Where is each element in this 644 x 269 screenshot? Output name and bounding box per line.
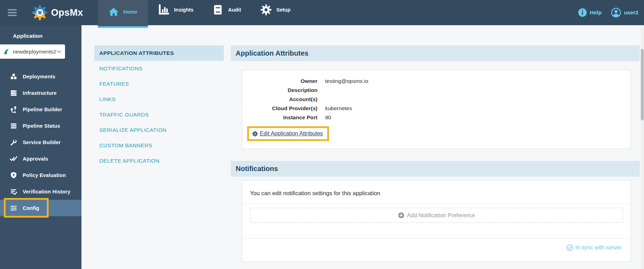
sidebar-item-infrastructure[interactable]: Infrastructure	[0, 85, 81, 101]
info-circle-icon	[578, 8, 587, 17]
sidebar-item-pipeline-status[interactable]: Pipeline Status	[0, 118, 81, 134]
edit-application-attributes-button[interactable]: Edit Application Attributes	[252, 130, 323, 137]
help-label: Help	[590, 9, 602, 16]
plus-circle-icon	[398, 212, 405, 219]
main-content: APPLICATION ATTRIBUTES NOTIFICATIONS FEA…	[81, 25, 641, 269]
spinnaker-sail-icon	[3, 48, 10, 55]
application-selector[interactable]: newdeployments2	[0, 44, 65, 59]
opsmx-logo-icon	[32, 5, 48, 20]
subnav-serialize-application[interactable]: SERIALIZE APPLICATION	[94, 122, 224, 138]
tab-label: Audit	[228, 7, 241, 13]
list-bars-icon	[9, 122, 19, 130]
sidebar-item-label: Approvals	[23, 156, 48, 162]
subnav-links[interactable]: LINKS	[94, 92, 224, 107]
field-label: Owner	[242, 78, 317, 84]
notifications-section-header: Notifications	[231, 161, 640, 177]
gear-icon	[252, 131, 258, 137]
tools-icon	[9, 139, 19, 146]
username: user2	[624, 9, 638, 16]
subnav-delete-application[interactable]: DELETE APPLICATION	[94, 153, 224, 169]
help-button[interactable]: Help	[578, 8, 602, 17]
check-circle-icon	[566, 244, 573, 251]
user-menu[interactable]: user2	[611, 7, 638, 18]
tab-label: Insights	[174, 7, 194, 13]
field-value: 80	[325, 114, 331, 121]
subnav-application-attributes[interactable]: APPLICATION ATTRIBUTES	[94, 45, 224, 61]
field-owner: Owner testing@opsmx.io	[242, 77, 631, 86]
tab-label: Setup	[276, 7, 290, 13]
tab-audit[interactable]: Audit	[203, 0, 251, 22]
sidebar-item-label: Service Builder	[23, 140, 61, 145]
subnav-traffic-guards[interactable]: TRAFFIC GUARDS	[94, 107, 224, 122]
edit-attributes-highlight-annotation: Edit Application Attributes	[247, 126, 329, 141]
sidebar-item-label: Infrastructure	[23, 90, 57, 96]
field-value: kubernetes	[325, 105, 352, 112]
config-subnav: APPLICATION ATTRIBUTES NOTIFICATIONS FEA…	[94, 45, 224, 169]
double-check-icon	[9, 155, 19, 163]
sidebar-section-label: Application	[0, 25, 81, 39]
bar-chart-icon	[158, 4, 170, 15]
field-label: Cloud Provider(s)	[242, 105, 317, 112]
spacer	[242, 223, 631, 238]
subnav-custom-banners[interactable]: CUSTOM BANNERS	[94, 138, 224, 153]
field-accounts: Account(s)	[242, 95, 631, 104]
gear-icon	[260, 4, 272, 15]
field-label: Instance Port	[242, 114, 317, 121]
field-value: testing@opsmx.io	[325, 78, 368, 84]
sliders-icon	[9, 204, 19, 212]
field-description: Description	[242, 86, 631, 95]
sidebar-item-policy-evaluation[interactable]: Policy Evaluation	[0, 167, 81, 183]
sync-status: In sync with server	[242, 239, 631, 262]
sidebar: Application newdeployments2 Deployments	[0, 25, 81, 269]
tab-insights[interactable]: Insights	[148, 0, 203, 22]
sidebar-item-label: Pipeline Status	[23, 123, 60, 129]
sidebar-item-label: Config	[23, 205, 39, 211]
divider	[242, 203, 631, 204]
add-notification-preference-button[interactable]: Add Notification Preference	[250, 208, 623, 223]
list-check-icon	[9, 188, 19, 196]
attributes-panel: Owner testing@opsmx.io Description Accou…	[242, 70, 631, 149]
sidebar-item-pipeline-builder[interactable]: Pipeline Builder	[0, 101, 81, 118]
sidebar-item-config[interactable]: Config	[0, 200, 81, 216]
pipeline-icon	[9, 106, 19, 113]
field-cloud-providers: Cloud Provider(s) kubernetes	[242, 104, 631, 113]
subnav-notifications[interactable]: NOTIFICATIONS	[94, 61, 224, 76]
sidebar-item-verification-history[interactable]: Verification History	[0, 183, 81, 200]
sidebar-item-service-builder[interactable]: Service Builder	[0, 134, 81, 150]
tab-home[interactable]: Home	[98, 0, 148, 28]
attributes-section-header: Application Attributes	[231, 45, 640, 61]
sidebar-item-label: Verification History	[23, 189, 70, 194]
sync-status-label: In sync with server	[575, 245, 622, 251]
sidebar-item-label: Pipeline Builder	[23, 107, 62, 112]
chevron-down-icon	[57, 49, 62, 55]
scrollbar-thumb[interactable]	[641, 49, 644, 120]
hamburger-icon[interactable]	[8, 9, 17, 16]
top-nav: OpsMx Home Insights Audit	[0, 0, 644, 25]
sidebar-item-deployments[interactable]: Deployments	[0, 68, 81, 85]
sidebar-item-approvals[interactable]: Approvals	[0, 150, 81, 167]
notifications-panel: You can edit notification settings for t…	[242, 180, 631, 262]
sidebar-menu: Deployments Infrastructure	[0, 68, 81, 216]
nav-right: Help user2	[569, 0, 638, 25]
brand: OpsMx	[32, 5, 83, 20]
user-circle-icon	[611, 7, 621, 18]
tab-setup[interactable]: Setup	[251, 0, 300, 22]
sidebar-item-label: Deployments	[23, 74, 55, 79]
application-name: newdeployments2	[13, 49, 57, 55]
vertical-scrollbar[interactable]	[641, 25, 644, 269]
field-label: Account(s)	[242, 96, 317, 102]
config-sections: Application Attributes Owner testing@ops…	[231, 45, 640, 269]
brand-name: OpsMx	[51, 7, 83, 18]
section-title: Application Attributes	[236, 49, 308, 57]
notifications-description: You can edit notification settings for t…	[242, 180, 631, 203]
tab-label: Home	[123, 9, 137, 15]
shield-lock-icon	[9, 171, 19, 179]
book-icon	[213, 4, 223, 15]
sidebar-item-label: Policy Evaluation	[23, 172, 66, 178]
subnav-features[interactable]: FEATURES	[94, 76, 224, 92]
server-icon	[9, 89, 19, 97]
field-label: Description	[242, 87, 317, 93]
nav-tabs: Home Insights Audit	[98, 0, 300, 28]
home-icon	[108, 7, 119, 17]
cubes-icon	[9, 73, 19, 80]
